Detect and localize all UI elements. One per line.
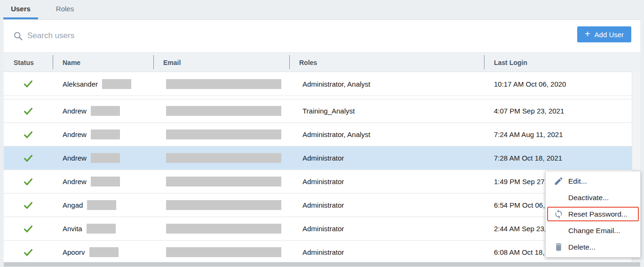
last-login-cell: 10:17 AM Oct 06, 2020 (484, 72, 632, 96)
column-header-email: Email (153, 53, 289, 73)
column-header-name: Name (53, 53, 153, 73)
menu-item[interactable]: Edit... (546, 173, 640, 189)
redacted-email (166, 153, 281, 163)
name-cell: Andrew (53, 146, 153, 170)
status-cell (4, 241, 53, 262)
email-cell (153, 72, 289, 96)
first-name: Anvita (63, 225, 82, 233)
email-cell (153, 123, 289, 146)
menu-item[interactable]: Deactivate... (546, 189, 640, 206)
redacted-email (166, 177, 281, 186)
redacted-last-name (91, 153, 120, 163)
first-name: Apoorv (63, 248, 85, 256)
name-cell: Anvita (53, 217, 153, 240)
redacted-email (166, 129, 281, 139)
table-row[interactable]: Aleksander Administrator, Analyst 10:17 … (4, 72, 632, 96)
active-check-icon (24, 202, 33, 209)
status-cell (4, 72, 53, 96)
name-cell: Andrew (53, 170, 153, 193)
active-check-icon (24, 154, 33, 162)
menu-item-label: Edit... (568, 177, 587, 186)
add-user-label: Add User (595, 31, 624, 39)
table-row[interactable]: Andrew Administrator 7:28 AM Oct 18, 202… (4, 146, 632, 170)
table-header: Status Name Email Roles Last Login (4, 52, 640, 72)
email-cell (153, 241, 289, 262)
active-check-icon (24, 131, 33, 138)
search-toolbar: + Add User (4, 20, 640, 52)
roles-cell: Administrator (289, 217, 484, 240)
active-check-icon (24, 225, 33, 233)
plus-icon: + (585, 29, 590, 39)
roles-cell: Administrator, Analyst (289, 72, 484, 96)
redacted-last-name (87, 224, 116, 234)
email-cell (153, 170, 289, 193)
first-name: Andrew (63, 107, 87, 115)
column-header-status: Status (4, 53, 53, 73)
name-cell: Angad (53, 194, 153, 217)
menu-item[interactable]: Delete... (546, 239, 640, 255)
menu-item-label: Reset Password... (568, 210, 628, 218)
roles-cell: Training_Analyst (289, 99, 484, 122)
active-check-icon (24, 249, 33, 256)
column-header-last-login: Last Login (484, 53, 640, 73)
menu-item[interactable]: Reset Password... (546, 206, 640, 222)
redacted-last-name (91, 129, 120, 139)
active-check-icon (24, 107, 33, 115)
active-check-icon (24, 80, 33, 88)
redacted-email (166, 247, 281, 257)
redacted-last-name (91, 177, 120, 186)
horizontal-scrollbar[interactable] (4, 262, 640, 267)
first-name: Aleksander (63, 80, 98, 88)
email-cell (153, 194, 289, 217)
row-context-menu: Edit... Deactivate... Reset Password... … (545, 171, 641, 258)
last-login-cell: 7:28 AM Oct 18, 2021 (484, 146, 632, 170)
last-login-cell: 7:24 AM Aug 11, 2021 (484, 123, 632, 146)
table-row[interactable]: Anvita Administrator 2:44 AM Sep 23, 202… (4, 217, 632, 241)
last-login-cell: 4:07 PM Sep 23, 2021 (484, 99, 632, 122)
roles-cell: Administrator, Analyst (289, 123, 484, 146)
row-gap-spacer (4, 96, 632, 99)
tabs-bar: Users Roles (0, 0, 644, 19)
column-header-roles: Roles (289, 53, 484, 73)
table-row[interactable]: Andrew Administrator 1:49 PM Sep 27, 202… (4, 170, 632, 194)
pencil-icon (554, 176, 564, 186)
redacted-last-name (89, 247, 119, 257)
name-cell: Aleksander (53, 72, 153, 96)
active-check-icon (24, 178, 33, 186)
tab-users[interactable]: Users (3, 0, 38, 17)
menu-item-label: Delete... (568, 243, 596, 251)
first-name: Angad (63, 201, 83, 209)
status-cell (4, 99, 53, 122)
name-cell: Andrew (53, 123, 153, 146)
name-cell: Apoorv (53, 241, 153, 262)
menu-item-label: Deactivate... (568, 194, 609, 202)
first-name: Andrew (63, 154, 87, 162)
first-name: Andrew (63, 130, 87, 138)
search-input[interactable] (27, 27, 498, 45)
refresh-icon (554, 209, 564, 219)
first-name: Andrew (63, 178, 87, 186)
redacted-last-name (87, 200, 116, 210)
table-row[interactable]: Andrew Administrator, Analyst 7:24 AM Au… (4, 123, 632, 146)
table-row[interactable]: Angad Administrator 6:54 PM Oct 06, 2021 (4, 194, 632, 217)
roles-cell: Administrator (289, 194, 484, 217)
add-user-button[interactable]: + Add User (577, 26, 631, 42)
table-body: Aleksander Administrator, Analyst 10:17 … (4, 72, 632, 262)
menu-item[interactable]: Change Email... (546, 222, 640, 239)
redacted-last-name (91, 106, 120, 116)
email-cell (153, 146, 289, 170)
redacted-email (166, 200, 281, 210)
user-management-screen: Users Roles + Add User Status Name Email… (0, 0, 644, 267)
search-icon (13, 31, 23, 41)
table-row[interactable]: Apoorv Administrator 6:08 AM Oct 18, 202… (4, 241, 632, 262)
menu-item-label: Change Email... (568, 227, 620, 235)
status-cell (4, 146, 53, 170)
tab-roles[interactable]: Roles (50, 0, 80, 17)
trash-icon (554, 242, 564, 252)
roles-cell: Administrator (289, 170, 484, 193)
table-row[interactable]: Andrew Training_Analyst 4:07 PM Sep 23, … (4, 99, 632, 123)
redacted-email (166, 224, 281, 234)
status-cell (4, 123, 53, 146)
roles-cell: Administrator (289, 146, 484, 170)
name-cell: Andrew (53, 99, 153, 122)
